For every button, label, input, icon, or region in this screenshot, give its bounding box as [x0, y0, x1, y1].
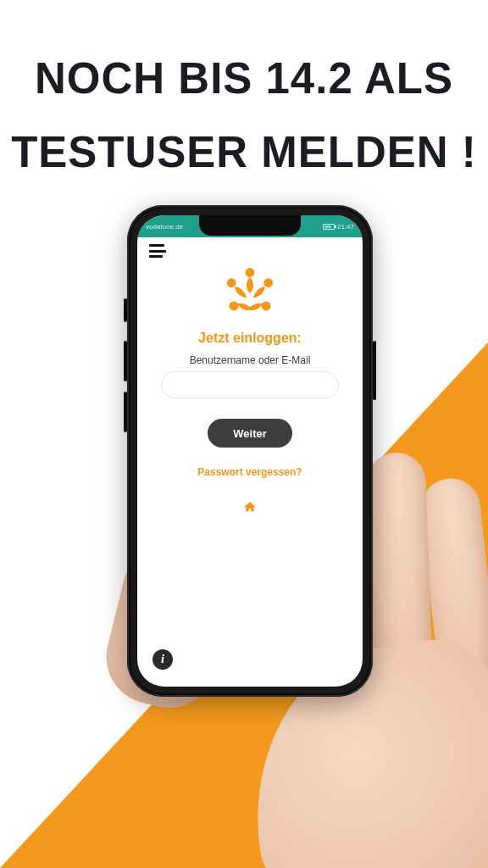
info-icon[interactable]: i	[152, 649, 173, 670]
headline-line-2: Testuser melden !	[0, 116, 488, 190]
svg-point-2	[262, 302, 271, 311]
promo-headline: Noch bis 14.2 als Testuser melden !	[0, 42, 488, 189]
svg-point-1	[263, 278, 273, 287]
app-logo	[219, 263, 280, 324]
continue-button[interactable]: Weiter	[208, 419, 292, 448]
home-icon[interactable]	[149, 500, 351, 514]
svg-point-4	[227, 278, 236, 287]
username-input[interactable]	[161, 371, 338, 398]
carrier-label: vodafone.de	[146, 223, 183, 231]
phone-mockup: vodafone.de 21:47	[127, 205, 373, 697]
svg-point-0	[246, 268, 255, 277]
clock-label: 21:47	[337, 223, 354, 231]
username-label: Benutzername oder E-Mail	[149, 354, 351, 366]
menu-icon[interactable]	[149, 244, 166, 258]
svg-point-3	[230, 302, 239, 311]
phone-notch	[199, 215, 301, 236]
forgot-password-link[interactable]: Passwort vergessen?	[149, 466, 351, 478]
login-title: Jetzt einloggen:	[149, 331, 351, 346]
phone-screen: vodafone.de 21:47	[137, 215, 363, 687]
battery-icon	[323, 224, 335, 230]
headline-line-1: Noch bis 14.2 als	[0, 42, 488, 116]
